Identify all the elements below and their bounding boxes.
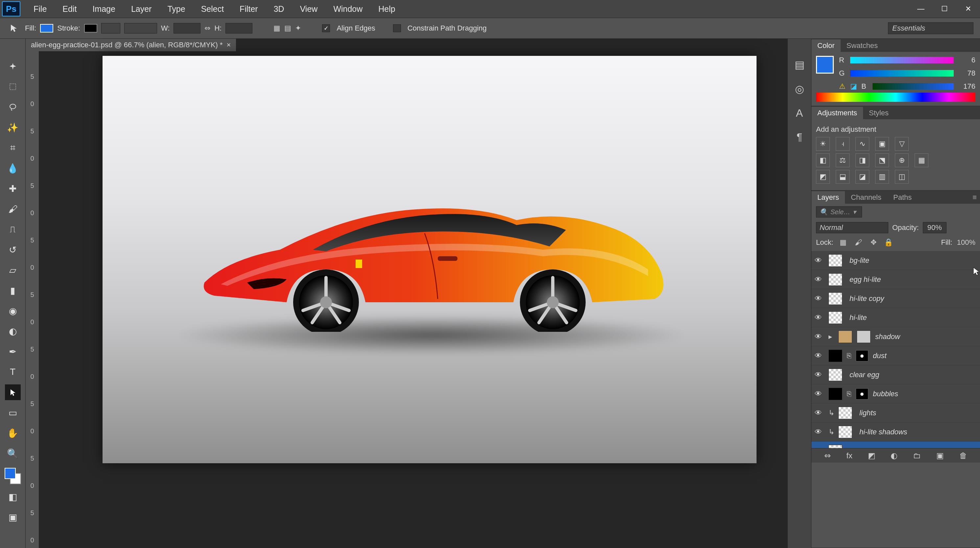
layer-thumbnail[interactable] [838,407,852,419]
layer-row[interactable]: 👁↳hi-lite shadows [811,423,980,442]
document-tab[interactable]: alien-egg-practice-01.psd @ 66.7% (alien… [25,39,236,51]
visibility-icon[interactable]: 👁 [815,370,824,379]
layer-row[interactable]: 👁⎘●dust [811,346,980,365]
r-slider[interactable] [850,57,954,64]
lock-position-icon[interactable]: ✥ [868,237,879,248]
mask-thumbnail[interactable]: ● [856,350,868,361]
fill-swatch[interactable] [40,24,53,33]
history-brush-tool[interactable]: ↺ [5,242,21,257]
shape-tool[interactable]: ▭ [5,405,21,421]
adj-posterize-icon[interactable]: ⬓ [836,170,850,184]
layer-row[interactable]: 👁hi-lite copy [811,289,980,308]
layer-list[interactable]: 👁bg-lite👁egg hi-lite👁hi-lite copy👁hi-lit… [811,251,980,448]
crop-tool[interactable]: ⌗ [5,140,21,156]
eraser-tool[interactable]: ▱ [5,262,21,278]
menu-select[interactable]: Select [193,0,232,18]
adj-brightness-icon[interactable]: ☀ [816,137,830,151]
layer-thumbnail[interactable] [838,426,852,438]
new-adjustment-icon[interactable]: ◐ [891,451,897,460]
zoom-tool[interactable]: 🔍 [5,445,21,461]
path-op3-icon[interactable]: ✦ [295,24,301,33]
tab-swatches[interactable]: Swatches [841,40,884,52]
artboard[interactable] [39,51,788,548]
layer-row[interactable]: 👁clear egg [811,365,980,384]
spectrum-bar[interactable] [816,93,975,102]
layer-row[interactable]: 👁bg-lite [811,251,980,270]
hand-tool[interactable]: ✋ [5,425,21,441]
canvas[interactable] [103,56,757,463]
menu-window[interactable]: Window [325,0,371,18]
b-slider[interactable] [873,83,954,90]
panel-menu-icon[interactable]: ≡ [969,191,980,204]
visibility-icon[interactable]: 👁 [815,409,824,417]
menu-image[interactable]: Image [84,0,123,18]
layer-row[interactable]: 👁alien [811,442,980,448]
add-mask-icon[interactable]: ◩ [868,451,875,460]
color-foreground-swatch[interactable] [816,56,834,74]
brush-tool[interactable]: 🖌 [5,201,21,217]
adj-chanmix-icon[interactable]: ⊕ [895,153,909,167]
layer-filter[interactable]: 🔍 Sele… ▾ [816,206,862,218]
layer-name[interactable]: egg hi-lite [850,275,881,284]
marquee-tool[interactable] [5,79,21,95]
history-panel-icon[interactable]: ▤ [795,59,805,71]
adj-threshold-icon[interactable]: ◪ [856,170,869,184]
visibility-icon[interactable]: 👁 [815,313,824,322]
fg-bg-swatch[interactable] [5,468,21,484]
pen-tool[interactable]: ✒ [5,344,21,359]
layer-name[interactable]: bubbles [873,390,898,398]
tab-layers[interactable]: Layers [811,191,845,204]
menu-edit[interactable]: Edit [54,0,84,18]
layer-name[interactable]: hi-lite [850,313,867,322]
maximize-button[interactable]: ☐ [933,3,956,15]
menu-help[interactable]: Help [371,0,403,18]
layer-name[interactable]: bg-lite [850,256,869,265]
stroke-style-dropdown[interactable] [124,23,157,33]
tab-adjustments[interactable]: Adjustments [811,107,863,119]
ruler-vertical[interactable]: 5050505050505050505050 [25,51,39,548]
close-tab-icon[interactable]: × [227,41,231,49]
tab-paths[interactable]: Paths [887,191,918,204]
visibility-icon[interactable]: 👁 [815,390,824,398]
adj-levels-icon[interactable]: ⫞ [836,137,850,151]
layer-name[interactable]: dust [873,351,887,360]
type-tool[interactable]: T [5,364,21,380]
layer-thumbnail[interactable] [829,388,842,400]
g-value[interactable]: 78 [958,69,975,78]
workspace-switcher[interactable]: Essentials [888,22,974,34]
layer-fx-icon[interactable]: fx [846,451,853,460]
new-group-icon[interactable]: 🗀 [913,451,921,460]
adj-invert-icon[interactable]: ◩ [816,170,830,184]
layer-thumbnail[interactable] [829,273,842,286]
adj-photo-icon[interactable]: ⬔ [875,153,889,167]
gamut-warning-icon[interactable]: ⚠ [839,82,846,91]
paragraph-panel-icon[interactable]: ¶ [797,131,802,143]
layer-name[interactable]: hi-lite shadows [859,428,907,436]
menu-view[interactable]: View [292,0,326,18]
adj-colbal-icon[interactable]: ⚖ [836,153,850,167]
blur-tool[interactable]: ◉ [5,303,21,319]
layer-thumbnail[interactable] [829,292,842,305]
adj-gradmap-icon[interactable]: ▥ [875,170,889,184]
lock-all-icon[interactable]: 🔒 [883,237,894,248]
screenmode-tool[interactable]: ▣ [5,509,21,525]
delete-layer-icon[interactable]: 🗑 [959,451,967,460]
path-select-icon[interactable] [6,21,21,35]
tab-channels[interactable]: Channels [845,191,887,204]
eyedropper-tool[interactable]: 💧 [5,160,21,176]
dodge-tool[interactable]: ◐ [5,323,21,339]
layer-thumbnail[interactable] [829,369,842,381]
layer-row[interactable]: 👁⎘●bubbles [811,384,980,403]
menu-type[interactable]: Type [159,0,193,18]
adj-bw-icon[interactable]: ◨ [856,153,869,167]
menu-layer[interactable]: Layer [123,0,160,18]
layer-row[interactable]: 👁↳lights [811,403,980,423]
menu-3d[interactable]: 3D [266,0,292,18]
blend-mode-dropdown[interactable]: Normal [816,222,888,233]
adj-curves-icon[interactable]: ∿ [856,137,869,151]
layer-thumbnail[interactable] [829,349,842,362]
link-layers-icon[interactable]: ⇔ [824,451,831,460]
layer-name[interactable]: lights [859,409,876,417]
path-op1-icon[interactable]: ▦ [274,24,280,33]
layer-name[interactable]: shadow [875,332,900,341]
